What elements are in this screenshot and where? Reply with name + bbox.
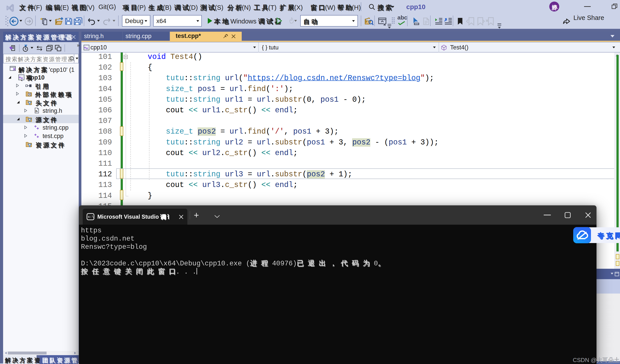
svg-text:h: h bbox=[35, 109, 37, 113]
svg-text:c:\: c:\ bbox=[88, 215, 94, 219]
